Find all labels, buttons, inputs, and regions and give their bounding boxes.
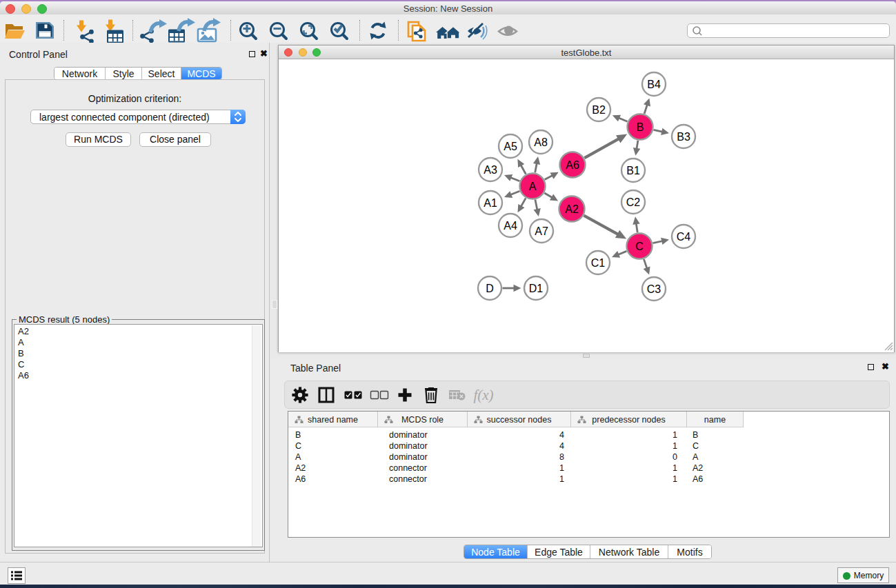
svg-text:C: C xyxy=(635,241,644,252)
svg-text:A1: A1 xyxy=(484,197,497,209)
svg-text:D: D xyxy=(486,283,494,294)
svg-text:A: A xyxy=(529,181,537,192)
svg-text:f(x): f(x) xyxy=(473,387,493,403)
svg-text:A7: A7 xyxy=(535,225,548,237)
svg-text:A4: A4 xyxy=(504,220,517,232)
svg-text:A2: A2 xyxy=(565,203,579,215)
svg-text:A8: A8 xyxy=(534,136,548,148)
svg-text:C1: C1 xyxy=(591,257,606,269)
svg-text:C4: C4 xyxy=(677,231,691,243)
svg-text:B2: B2 xyxy=(592,104,606,116)
svg-text:A3: A3 xyxy=(484,164,497,176)
svg-text:C2: C2 xyxy=(626,196,641,208)
svg-text:B3: B3 xyxy=(677,131,690,143)
svg-text:B: B xyxy=(637,121,644,133)
svg-text:C3: C3 xyxy=(647,283,661,295)
svg-text:A5: A5 xyxy=(504,141,517,152)
svg-text:B1: B1 xyxy=(626,165,640,176)
svg-text:D1: D1 xyxy=(529,283,544,294)
svg-text:A6: A6 xyxy=(566,159,579,171)
svg-text:B4: B4 xyxy=(647,79,661,90)
